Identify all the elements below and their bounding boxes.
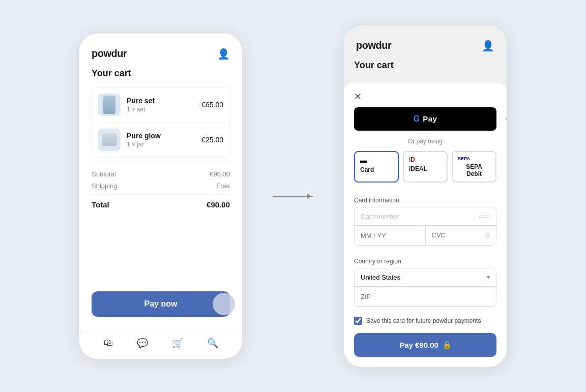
item-name-pureglow: Pure glow: [127, 132, 195, 140]
lock-icon: 🔒: [443, 341, 451, 349]
pm-ideal-button[interactable]: iD iDEAL: [403, 151, 448, 183]
card-info-section: Card information ▭▭ ⊙: [344, 197, 507, 258]
subtotal-row: Subtotal €90.00: [92, 170, 230, 178]
save-card-label: Save this card for future powdur payment…: [366, 317, 481, 324]
sepa-method-label: SEPA Debit: [458, 163, 490, 177]
right-user-icon[interactable]: 👤: [482, 40, 494, 52]
expiry-input[interactable]: [361, 232, 419, 239]
pay-final-label: Pay €90.00: [399, 341, 438, 349]
item-info-pureset: Pure set 1 × set: [127, 97, 195, 113]
right-phone: powdur 👤 Your cart ✕ G Pay: [344, 25, 507, 367]
gpay-label: Pay: [423, 114, 437, 123]
gpay-button[interactable]: G Pay: [354, 107, 496, 131]
cvc-input[interactable]: [432, 231, 483, 239]
nav-shop-icon[interactable]: 🛍: [104, 338, 113, 349]
pay-button-circle: [213, 293, 235, 315]
item-name-pureset: Pure set: [127, 97, 195, 105]
list-item: Pure glow 1 × jar €25.00: [92, 123, 229, 157]
shipping-value: Free: [216, 182, 230, 190]
save-card-checkbox[interactable]: [354, 317, 362, 325]
pay-btn-area: Pay now: [79, 281, 242, 331]
ideal-method-icon: iD: [409, 156, 415, 163]
country-section: Country or region United States ▾: [344, 258, 507, 313]
g-icon: G: [414, 114, 420, 124]
overlay-top: ✕ G Pay Or pay using: [344, 83, 507, 197]
cart-items-list: Pure set 1 × set €65.00 Pure glow 1 × ja…: [92, 87, 230, 158]
shipping-row: Shipping Free: [92, 182, 230, 190]
item-sub-pureglow: 1 × jar: [127, 141, 195, 148]
shipping-label: Shipping: [92, 182, 118, 190]
card-method-icon: ▬: [360, 156, 367, 164]
save-card-row: Save this card for future powdur payment…: [344, 313, 507, 331]
zip-field: [354, 287, 496, 307]
left-user-icon[interactable]: 👤: [217, 48, 230, 60]
gpay-container: G Pay: [354, 107, 496, 131]
right-cart-header: Your cart: [344, 60, 507, 83]
item-price-pureset: €65.00: [201, 101, 223, 109]
expiry-field: [355, 226, 426, 245]
country-value: United States: [361, 274, 400, 281]
card-input-group: ▭▭ ⊙: [354, 207, 496, 246]
right-cart-title: Your cart: [354, 60, 496, 71]
g-blue: G: [414, 114, 420, 123]
subtotal-value: €90.00: [210, 170, 230, 178]
left-header: powdur 👤: [79, 34, 242, 68]
ideal-method-label: iDEAL: [409, 165, 427, 172]
zip-input[interactable]: [361, 293, 490, 300]
red-arrow-indicator: [506, 115, 507, 123]
nav-cart-icon[interactable]: 🛒: [172, 338, 183, 349]
item-info-pureglow: Pure glow 1 × jar: [127, 132, 195, 148]
cart-summary: Subtotal €90.00 Shipping Free Total €90.…: [92, 162, 230, 221]
nav-search-icon[interactable]: 🔍: [207, 338, 218, 349]
pm-card-button[interactable]: ▬ Card: [354, 151, 399, 183]
payment-methods-list: ▬ Card iD iDEAL SEPA SEPA Debit: [354, 151, 496, 183]
or-using-label: Or pay using: [354, 138, 496, 145]
item-price-pureglow: €25.00: [201, 136, 223, 144]
country-label: Country or region: [354, 258, 496, 265]
total-row: Total €90.00: [92, 194, 230, 209]
transition-arrow: [273, 196, 313, 197]
chevron-down-icon: ▾: [487, 274, 490, 281]
card-method-label: Card: [360, 166, 374, 173]
nav-chat-icon[interactable]: 💬: [137, 338, 148, 349]
left-logo: powdur: [92, 48, 127, 59]
red-arrowhead: [506, 115, 507, 123]
bottom-nav: 🛍 💬 🛒 🔍: [79, 331, 242, 359]
right-logo: powdur: [356, 40, 391, 51]
list-item: Pure set 1 × set €65.00: [92, 87, 229, 123]
close-button[interactable]: ✕: [354, 91, 362, 102]
total-value: €90.00: [207, 200, 230, 209]
item-sub-pureset: 1 × set: [127, 106, 195, 113]
payment-overlay: ✕ G Pay Or pay using: [344, 83, 507, 367]
item-image-pureglow: [98, 129, 121, 151]
left-cart-section: Your cart Pure set 1 × set €65.00: [79, 68, 242, 281]
pm-sepa-button[interactable]: SEPA SEPA Debit: [452, 151, 496, 183]
pay-final-button[interactable]: Pay €90.00 🔒: [354, 333, 496, 357]
card-brand-icon: ▭▭: [479, 213, 490, 220]
card-expiry-cvc-row: ⊙: [355, 226, 496, 245]
cvc-field: ⊙: [426, 226, 496, 245]
left-phone: powdur 👤 Your cart Pure set 1 × set €65.…: [79, 34, 242, 359]
country-select[interactable]: United States ▾: [354, 268, 496, 287]
cvc-icon: ⊙: [485, 232, 490, 239]
right-header: powdur 👤: [344, 25, 507, 60]
left-cart-title: Your cart: [92, 68, 230, 79]
arrow-line: [273, 196, 313, 197]
card-info-label: Card information: [354, 197, 496, 204]
item-image-pureset: [98, 94, 121, 116]
pay-now-label: Pay now: [144, 299, 178, 308]
card-number-input[interactable]: [361, 213, 475, 220]
bottle-icon: [103, 96, 115, 114]
sepa-method-icon: SEPA: [458, 156, 470, 161]
jar-icon: [102, 134, 117, 146]
pay-now-button[interactable]: Pay now: [92, 291, 230, 317]
card-number-row: ▭▭: [355, 207, 496, 226]
total-label: Total: [92, 200, 109, 209]
subtotal-label: Subtotal: [92, 170, 116, 178]
